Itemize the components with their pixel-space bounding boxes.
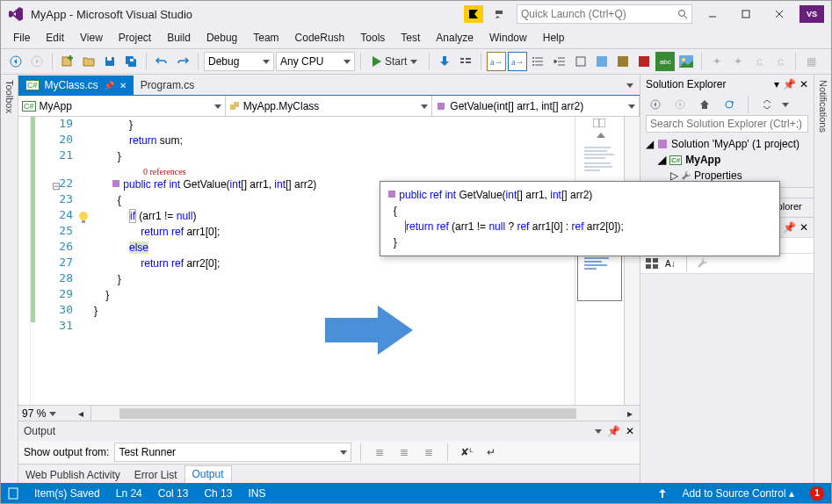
pin-icon[interactable]: 📌	[607, 425, 620, 437]
close-icon[interactable]: ✕	[626, 425, 634, 437]
comment-icon[interactable]	[456, 52, 475, 71]
nav-scope[interactable]: C# MyApp	[18, 96, 226, 116]
source-control-button[interactable]: Add to Source Control ▴	[683, 487, 794, 500]
nav-member[interactable]: GetValue(int[] arr1, int[] arr2)	[432, 96, 640, 116]
tab-web-publish[interactable]: Web Publish Activity	[18, 467, 127, 483]
panel-menu-icon[interactable]: ▾	[774, 78, 779, 90]
bookmark-icon[interactable]	[571, 52, 590, 71]
minimap-viewport[interactable]	[577, 248, 622, 301]
se-fwd-icon[interactable]	[670, 95, 690, 114]
marker-a-icon[interactable]: a→	[487, 52, 506, 71]
save-button[interactable]	[100, 52, 119, 71]
pin-icon[interactable]: 📌	[783, 78, 796, 90]
se-refresh-icon[interactable]	[720, 95, 739, 114]
nav-back-button[interactable]	[6, 52, 25, 71]
maximize-button[interactable]	[733, 4, 759, 24]
se-search-input[interactable]	[646, 115, 808, 133]
start-debug-button[interactable]: Start	[366, 54, 423, 68]
se-home-icon[interactable]	[695, 95, 714, 114]
scroll-thumb[interactable]	[119, 408, 576, 419]
solution-node[interactable]: ◢ Solution 'MyApp' (1 project)	[646, 136, 808, 152]
solution-tree[interactable]: ◢ Solution 'MyApp' (1 project) ◢ C# MyAp…	[640, 133, 814, 187]
project-node[interactable]: ◢ C# MyApp	[646, 152, 808, 168]
codelens[interactable]: 0 references	[94, 164, 575, 176]
collapse-up-icon[interactable]	[597, 131, 605, 138]
publish-up-icon[interactable]	[658, 489, 667, 498]
menu-tools[interactable]: Tools	[353, 30, 392, 46]
menu-view[interactable]: View	[73, 30, 110, 46]
fold-minus-icon[interactable]: ⊟	[52, 180, 61, 192]
close-icon[interactable]: ✕	[799, 221, 808, 234]
menu-edit[interactable]: Edit	[39, 30, 71, 46]
toolbox-3-icon[interactable]	[634, 52, 654, 71]
quick-launch-input[interactable]	[521, 8, 674, 20]
clear-icon[interactable]: ✘ᴸ	[457, 443, 476, 462]
menu-analyze[interactable]: Analyze	[429, 30, 481, 46]
close-icon[interactable]: ✕	[799, 78, 808, 90]
nav-class[interactable]: MyApp.MyClass	[226, 96, 433, 116]
zoom-combo[interactable]: 97 %	[18, 407, 71, 420]
menu-test[interactable]: Test	[394, 30, 427, 46]
output-source-combo[interactable]: Test Runner	[114, 443, 351, 462]
toolbox-abc-icon[interactable]: abc	[655, 52, 675, 71]
minimize-button[interactable]	[699, 4, 726, 24]
marker-b-icon[interactable]: a→	[508, 52, 527, 71]
alphabetical-icon[interactable]: A↓	[665, 259, 676, 269]
code-editor[interactable]: 19202122232425262728293031 ⊟ } return su…	[18, 117, 640, 405]
toolbox-1-icon[interactable]	[592, 52, 611, 71]
close-icon[interactable]: ✕	[119, 81, 127, 90]
panel-menu-icon[interactable]	[595, 428, 602, 435]
menu-coderush[interactable]: CodeRush	[288, 30, 352, 46]
nav-fwd-button[interactable]	[27, 52, 47, 71]
menu-debug[interactable]: Debug	[199, 30, 244, 46]
splitter[interactable]	[18, 117, 31, 405]
out-tb-1-icon[interactable]: ≣	[370, 443, 389, 462]
feedback-arrow-icon[interactable]	[490, 5, 510, 23]
undo-button[interactable]	[152, 52, 171, 71]
toolbox-2-icon[interactable]	[613, 52, 633, 71]
tab-error-list[interactable]: Error List	[127, 467, 184, 483]
tab-output[interactable]: Output	[184, 465, 232, 483]
feedback-flag-icon[interactable]	[464, 5, 483, 23]
list-icon[interactable]	[529, 52, 548, 71]
menu-window[interactable]: Window	[482, 30, 534, 46]
se-overflow-icon[interactable]	[782, 101, 789, 108]
expand-icon[interactable]: ▷	[670, 169, 678, 182]
tab-program[interactable]: Program.cs	[134, 76, 201, 95]
open-file-button[interactable]	[79, 52, 98, 71]
quick-launch[interactable]	[517, 4, 692, 24]
horizontal-scrollbar[interactable]	[90, 407, 620, 421]
code-body[interactable]: } return sum; } 0 references public ref …	[94, 117, 575, 405]
split-icon[interactable]	[593, 119, 605, 127]
expand-icon[interactable]: ◢	[646, 138, 654, 150]
indent-icon[interactable]	[550, 52, 569, 71]
tab-myclass[interactable]: C# MyClass.cs 📌 ✕	[18, 76, 134, 95]
menu-file[interactable]: File	[6, 30, 37, 46]
pin-icon[interactable]: 📌	[104, 81, 114, 90]
save-all-button[interactable]	[121, 52, 141, 71]
wrench-icon[interactable]	[698, 258, 708, 269]
menu-build[interactable]: Build	[160, 30, 198, 46]
menu-team[interactable]: Team	[246, 30, 286, 46]
lightbulb-icon[interactable]	[78, 212, 89, 224]
se-back-icon[interactable]	[646, 95, 665, 114]
out-tb-2-icon[interactable]: ≣	[394, 443, 414, 462]
config-combo[interactable]: Debug	[204, 52, 274, 71]
close-button[interactable]	[766, 4, 792, 24]
step-into-icon[interactable]	[435, 52, 454, 71]
toolbox-tab[interactable]: Toolbox	[3, 75, 17, 119]
wrap-icon[interactable]: ↵	[481, 443, 501, 462]
toolbox-img-icon[interactable]	[676, 52, 696, 71]
platform-combo[interactable]: Any CPU	[276, 52, 355, 71]
se-sync-icon[interactable]	[757, 95, 777, 114]
notifications-tab[interactable]: Notifications	[816, 75, 830, 138]
categorized-icon[interactable]	[646, 258, 658, 269]
minimap[interactable]	[575, 117, 624, 405]
menu-help[interactable]: Help	[536, 30, 572, 46]
new-project-button[interactable]	[58, 52, 77, 71]
expand-icon[interactable]: ◢	[658, 154, 666, 166]
menu-project[interactable]: Project	[112, 30, 158, 46]
tab-overflow-button[interactable]	[620, 76, 640, 95]
redo-button[interactable]	[173, 52, 192, 71]
notification-badge[interactable]: 1	[810, 486, 824, 500]
